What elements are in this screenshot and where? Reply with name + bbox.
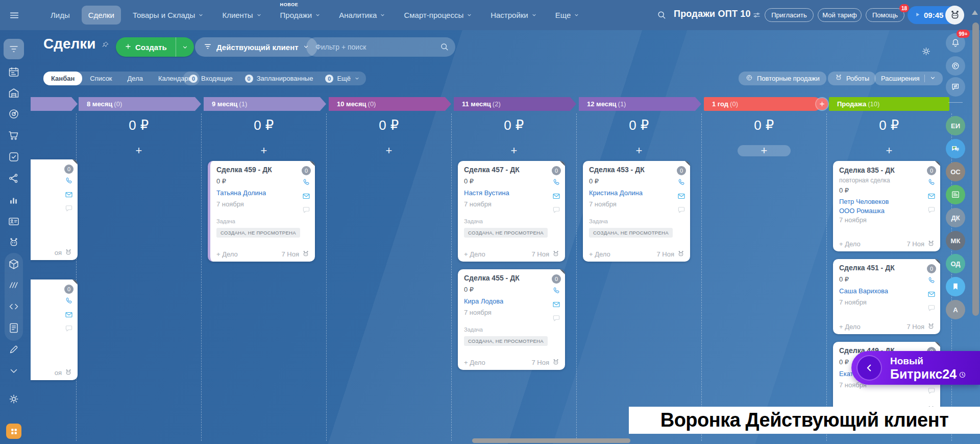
nav-item-Смарт-процессы[interactable]: Смарт-процессы: [397, 6, 479, 25]
chat-icon[interactable]: [677, 205, 686, 217]
sidebar-item-shop-cart[interactable]: [7, 129, 20, 142]
create-dropdown-button[interactable]: [176, 37, 194, 57]
phone-icon[interactable]: [927, 178, 936, 189]
card-contact-link[interactable]: Кира Лодова: [464, 297, 503, 305]
card-counter-badge[interactable]: 0: [302, 166, 311, 175]
phone-icon[interactable]: [64, 296, 74, 308]
sidebar-item-developer-code[interactable]: [7, 300, 20, 313]
chat-icon[interactable]: [64, 204, 74, 215]
tariff-button[interactable]: Мой тариф: [818, 8, 862, 22]
chat-icon[interactable]: [64, 324, 74, 335]
phone-icon[interactable]: [552, 286, 561, 297]
column-header-12 месяц[interactable]: 12 месяц(1): [579, 97, 701, 111]
deal-card-Сделка455-ДК[interactable]: 0Сделка 455 - ДК0 ₽Кира Лодова7 ноябряЗа…: [458, 269, 565, 370]
column-header-8 месяц[interactable]: 8 месяц(0): [79, 97, 201, 111]
sidebar-item-chevron-down[interactable]: [7, 364, 20, 378]
nav-item-Лиды[interactable]: Лиды: [44, 6, 77, 25]
column-header-1 год[interactable]: 1 год(0): [704, 97, 821, 111]
rail-chat-sync-button[interactable]: [946, 77, 965, 97]
new-bitrix-banner[interactable]: Новый Битрикс24: [851, 351, 980, 385]
column-add-card-button[interactable]: +: [629, 145, 649, 156]
tab-Список[interactable]: Список: [82, 72, 119, 85]
horizontal-scrollbar[interactable]: [472, 438, 630, 443]
card-counter-badge[interactable]: 0: [677, 166, 686, 175]
card-company-link[interactable]: ООО Ромашка: [839, 207, 885, 215]
rail-feed-button[interactable]: [946, 185, 965, 204]
repeat-sales-button[interactable]: Повторные продажи: [739, 72, 826, 85]
card-contact-link[interactable]: Саша Варихова: [839, 287, 888, 295]
sidebar-item-docs[interactable]: [7, 321, 20, 335]
phone-icon[interactable]: [64, 176, 74, 188]
card-contact-link[interactable]: Кристина Долина: [589, 189, 643, 197]
rail-avatar-МК[interactable]: МК: [946, 231, 965, 250]
global-search-icon[interactable]: [656, 10, 667, 22]
mail-icon[interactable]: [677, 192, 686, 203]
rail-avatar-ЕИ[interactable]: ЕИ: [946, 116, 965, 135]
card-add-activity[interactable]: + Дело: [839, 240, 861, 248]
sidebar-item-market[interactable]: [6, 424, 21, 439]
chat-icon[interactable]: [302, 205, 311, 217]
chat-icon[interactable]: [552, 314, 561, 325]
sidebar-item-network-share[interactable]: [7, 172, 20, 185]
deal-card-Сделка451-ДК[interactable]: 0Сделка 451 - ДК0 ₽Саша Варихова7 ноября…: [833, 259, 940, 334]
mail-icon[interactable]: [302, 192, 311, 203]
deal-card-Сделка835-ДК[interactable]: 0Сделка 835 - ДКповторная сделка0 ₽Петр …: [833, 161, 940, 251]
chat-icon[interactable]: [927, 205, 936, 217]
create-button[interactable]: Создать: [116, 37, 194, 57]
invite-button[interactable]: Пригласить: [765, 8, 814, 22]
sidebar-item-gear[interactable]: [7, 392, 20, 406]
timer-button[interactable]: 09:45: [908, 6, 964, 24]
mail-icon[interactable]: [927, 192, 936, 203]
chat-icon[interactable]: [927, 303, 936, 315]
column-add-card-button[interactable]: +: [254, 145, 274, 156]
phone-icon[interactable]: [927, 276, 936, 287]
counter-tab-Запланированные[interactable]: 0Запланированные: [239, 75, 320, 83]
tab-Канбан[interactable]: Канбан: [43, 72, 82, 85]
phone-icon[interactable]: [552, 178, 561, 189]
deal-card-Сделка453-ДК[interactable]: 0Сделка 453 - ДК0 ₽Кристина Долина7 нояб…: [583, 161, 690, 262]
deal-card[interactable]: 0оя: [31, 159, 78, 260]
column-add-card-button[interactable]: +: [129, 145, 149, 156]
portal-title[interactable]: Продажи ОПТ 10: [674, 9, 751, 19]
pin-icon[interactable]: [101, 40, 110, 51]
sidebar-item-box[interactable]: [7, 258, 20, 271]
card-add-activity[interactable]: + Дело: [464, 250, 485, 258]
sidebar-item-sign-pen[interactable]: [7, 343, 20, 356]
funnel-selector-button[interactable]: Действующий клиент: [195, 37, 317, 57]
column-header-10 месяц[interactable]: 10 месяц(0): [329, 97, 451, 111]
sidebar-item-analytics-chart[interactable]: [7, 193, 20, 206]
hamburger-menu-button[interactable]: [7, 8, 21, 22]
mail-icon[interactable]: [927, 290, 936, 301]
card-counter-badge[interactable]: 0: [927, 264, 936, 273]
robots-button[interactable]: Роботы: [828, 72, 876, 85]
counter-tab-Ещё[interactable]: 0Ещё: [319, 75, 366, 83]
column-add-card-button[interactable]: +: [879, 145, 899, 156]
card-add-activity[interactable]: + Дело: [216, 250, 238, 258]
search-icon[interactable]: [439, 42, 449, 54]
sidebar-item-ai-robot[interactable]: [7, 236, 20, 249]
sidebar-item-marketing-target[interactable]: [7, 107, 20, 121]
sidebar-item-warehouse[interactable]: [7, 86, 20, 100]
column-header-Продажа[interactable]: Продажа(10): [829, 97, 949, 111]
chat-icon[interactable]: [552, 205, 561, 217]
mail-icon[interactable]: [64, 190, 74, 201]
nav-item-Продажи[interactable]: НОВОЕПродажи: [274, 6, 328, 25]
card-counter-badge[interactable]: 0: [927, 166, 936, 175]
scrollbar-up-arrow[interactable]: [972, 10, 978, 15]
extensions-button[interactable]: Расширения: [874, 72, 943, 85]
column-add-card-button[interactable]: +: [738, 145, 791, 156]
deal-card-Сделка459-ДК[interactable]: 0Сделка 459 - ДК0 ₽Татьяна Долина7 ноябр…: [208, 161, 315, 262]
deal-card-Сделка457-ДК[interactable]: 0Сделка 457 - ДК0 ₽Настя Вустина7 ноября…: [458, 161, 565, 262]
column-add-card-button[interactable]: +: [379, 145, 399, 156]
column-add-card-button[interactable]: +: [504, 145, 524, 156]
phone-icon[interactable]: [677, 178, 686, 189]
card-counter-badge[interactable]: 0: [552, 166, 561, 175]
nav-item-Товары и Склады[interactable]: Товары и Склады: [126, 6, 211, 25]
column-header-11 месяц[interactable]: 11 месяц(2): [454, 97, 576, 111]
nav-item-Еще[interactable]: Еще: [549, 6, 586, 25]
rail-avatar-ОД[interactable]: ОД: [946, 254, 965, 273]
card-counter-badge[interactable]: 0: [552, 274, 561, 284]
counter-tab-Входящие[interactable]: 0Входящие: [183, 75, 239, 83]
card-counter-badge[interactable]: 0: [64, 285, 74, 294]
rail-avatar-А[interactable]: А: [946, 300, 965, 319]
